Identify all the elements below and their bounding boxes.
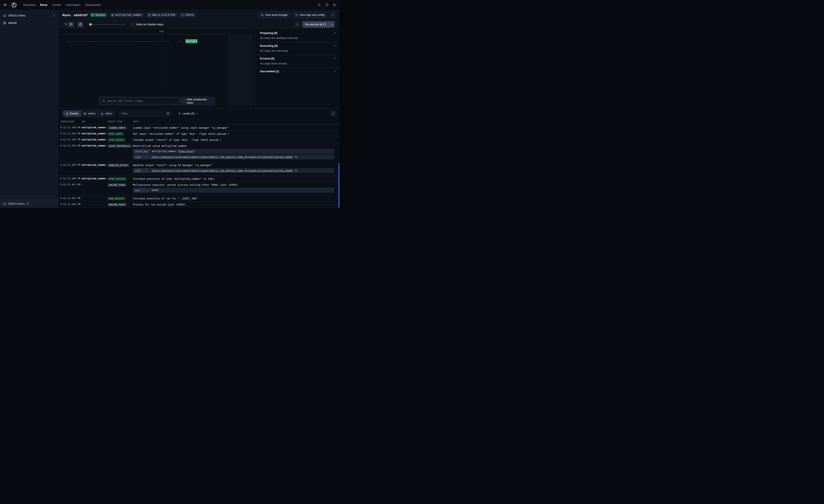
duration-label: 0:00:01 bbox=[185, 13, 194, 16]
chevron-right-icon[interactable] bbox=[333, 70, 336, 73]
dagster-logo[interactable] bbox=[11, 2, 17, 8]
view-tags-config-button[interactable]: View tags and config bbox=[293, 12, 327, 18]
status-section-body: No steps have errored bbox=[260, 62, 336, 68]
view-asset-lineage-button[interactable]: View asset lineage bbox=[258, 12, 290, 18]
tab-stderr[interactable]: stderr bbox=[98, 111, 114, 117]
chevron-down-icon[interactable] bbox=[333, 31, 336, 34]
status-section-body: No steps are executing bbox=[260, 49, 336, 55]
step-status-panel: Preparing (0) No steps are waiting to ex… bbox=[255, 29, 339, 109]
chevron-down-icon[interactable] bbox=[333, 57, 336, 60]
hide-not-started-checkbox[interactable] bbox=[131, 23, 134, 26]
sidebar-item-repo[interactable]: 250321-dvers 1 bbox=[0, 12, 58, 19]
sidebar-footer-repo[interactable]: 250321-dvers bbox=[0, 200, 58, 208]
gantt-timed-view-button[interactable] bbox=[78, 22, 83, 27]
flat-view-icon bbox=[70, 23, 73, 26]
reexecute-all-button[interactable]: Re-execute all (*) bbox=[302, 21, 329, 28]
run-header: Runs/a5347ef7 Success multiplied_number … bbox=[58, 10, 339, 20]
levels-filter-button[interactable]: Levels (5) bbox=[177, 110, 200, 117]
path-link[interactable]: /Users/smackesey/stm/code/elementl/exper… bbox=[151, 155, 293, 158]
breadcrumb-runs-link[interactable]: Runs bbox=[62, 13, 71, 17]
gear-icon[interactable] bbox=[333, 3, 336, 6]
event-type-chip: HANDLED_OUTPUT bbox=[107, 163, 130, 167]
hide-not-started-toggle[interactable]: Hide not started steps bbox=[131, 23, 164, 26]
nav-item-runs[interactable]: Runs bbox=[40, 3, 47, 6]
event-type-chip: RUN_SUCCESS bbox=[107, 197, 125, 200]
chevron-down-icon bbox=[331, 14, 334, 16]
gantt-section: 0.5s multipli… Hide unselected steps bbox=[58, 29, 339, 109]
log-op: - bbox=[82, 202, 107, 208]
event-type-chip: LOADED_INPUT bbox=[107, 126, 127, 130]
log-message: Finished execution of step "multiplied_n… bbox=[133, 177, 334, 180]
start-time-chip: Mar 21, 5:12:10 PM bbox=[146, 13, 177, 17]
copy-icon[interactable] bbox=[295, 155, 298, 158]
event-type-chip: ENGINE_EVENT bbox=[107, 203, 127, 206]
reload-icon[interactable] bbox=[26, 202, 29, 205]
log-row[interactable]: 5:12:11.243 PMmultiplied_numberSTEP_INPU… bbox=[58, 131, 339, 137]
log-row[interactable]: 5:12:11.411 PM-ENGINE_EVENTMultiprocess … bbox=[58, 182, 339, 196]
log-row[interactable]: 5:12:11.249 PMmultiplied_numberSTEP_OUTP… bbox=[58, 137, 339, 143]
zoom-slider-knob[interactable] bbox=[89, 23, 92, 26]
expand-logs-button[interactable] bbox=[330, 111, 336, 116]
metadata-key: asset_key bbox=[133, 149, 150, 154]
tab-events[interactable]: Events bbox=[63, 111, 81, 117]
log-timestamp: 5:12:11.426 PM bbox=[60, 202, 82, 208]
log-message: Handled output "result" using IO manager… bbox=[133, 163, 334, 167]
status-section-header[interactable]: Succeeded (1) bbox=[260, 68, 336, 75]
hide-unselected-toggle[interactable]: Hide unselected steps bbox=[182, 98, 213, 104]
log-message: Multiprocess executor: parent process ex… bbox=[133, 183, 334, 187]
tab-stdout[interactable]: stdout bbox=[81, 111, 98, 117]
chevron-down-icon[interactable] bbox=[333, 44, 336, 47]
gantt-flat-view-button[interactable] bbox=[63, 22, 69, 27]
log-op: - bbox=[82, 196, 107, 202]
metadata-row: pid42654 bbox=[133, 188, 334, 193]
gantt-time-axis: 0.5s bbox=[58, 29, 255, 35]
step-search-input[interactable] bbox=[101, 98, 179, 104]
view-asset-link[interactable]: View Asset bbox=[179, 150, 193, 153]
resize-panel-button[interactable] bbox=[294, 22, 300, 27]
zoom-slider[interactable] bbox=[89, 22, 125, 27]
chevron-down-icon bbox=[331, 23, 333, 26]
nav-item-deployment[interactable]: Deployment bbox=[85, 3, 101, 6]
log-filter-input[interactable] bbox=[119, 110, 171, 117]
help-icon[interactable] bbox=[325, 3, 328, 6]
sidebar-item-default-group[interactable]: default bbox=[0, 19, 58, 26]
log-type-tabs: Events stdout stderr bbox=[63, 110, 115, 117]
log-row[interactable]: 5:12:11.426 PM-ENGINE_EVENTProcess for r… bbox=[58, 202, 339, 208]
scrollbar-thumb[interactable] bbox=[338, 163, 339, 208]
calendar-icon bbox=[148, 14, 151, 16]
log-row[interactable]: 5:12:11.240 PMmultiplied_numberLOADED_IN… bbox=[58, 125, 339, 131]
clear-filter-icon[interactable] bbox=[166, 112, 170, 115]
copy-icon[interactable] bbox=[295, 169, 298, 172]
hamburger-menu-button[interactable] bbox=[3, 3, 7, 6]
funnel-icon bbox=[178, 112, 181, 115]
run-actions-dropdown-button[interactable] bbox=[329, 12, 336, 18]
nav-item-automation[interactable]: Automation bbox=[66, 3, 81, 6]
hide-unselected-checkbox[interactable] bbox=[182, 100, 185, 103]
status-section-body: No steps are waiting to execute bbox=[260, 36, 336, 42]
col-timestamp: TIMESTAMP bbox=[60, 120, 82, 123]
reexecute-dropdown-button[interactable] bbox=[329, 21, 335, 28]
log-row[interactable]: 5:12:11.253 PMmultiplied_numberASSET_MAT… bbox=[58, 143, 339, 162]
nav-item-assets[interactable]: Assets bbox=[52, 3, 61, 6]
asset-icon bbox=[111, 14, 114, 16]
metadata-row: path/Users/smackesey/stm/code/elementl/e… bbox=[133, 168, 334, 173]
path-link[interactable]: /Users/smackesey/stm/code/elementl/exper… bbox=[151, 169, 293, 172]
status-section-header[interactable]: Errored (0) bbox=[260, 55, 336, 62]
terminal-icon bbox=[84, 112, 86, 115]
status-section-header[interactable]: Executing (0) bbox=[260, 42, 336, 49]
step-bar-multiplied-number[interactable]: multipli… bbox=[185, 39, 197, 43]
log-row[interactable]: 5:12:11.263 PMmultiplied_numberHANDLED_O… bbox=[58, 162, 339, 176]
log-timestamp: 5:12:11.415 PM bbox=[60, 196, 82, 202]
waterfall-view-icon bbox=[64, 23, 67, 26]
start-time-label: Mar 21, 5:12:10 PM bbox=[152, 13, 175, 16]
log-row[interactable]: 5:12:11.266 PMmultiplied_numberSTEP_SUCC… bbox=[58, 176, 339, 182]
search-icon[interactable] bbox=[318, 3, 321, 6]
asset-tag-chip[interactable]: multiplied_number bbox=[109, 13, 144, 17]
log-row[interactable]: 5:12:11.415 PM-RUN_SUCCESSFinished execu… bbox=[58, 196, 339, 202]
nav-item-overview[interactable]: Overview bbox=[23, 3, 35, 6]
status-section-header[interactable]: Preparing (0) bbox=[260, 30, 336, 36]
log-message: Got input "versioned_number" of type "An… bbox=[133, 132, 334, 136]
log-timestamp: 5:12:11.243 PM bbox=[60, 131, 82, 137]
reexecute-split-button: Re-execute all (*) bbox=[302, 21, 335, 28]
gantt-waterfall-view-button[interactable] bbox=[69, 22, 74, 27]
